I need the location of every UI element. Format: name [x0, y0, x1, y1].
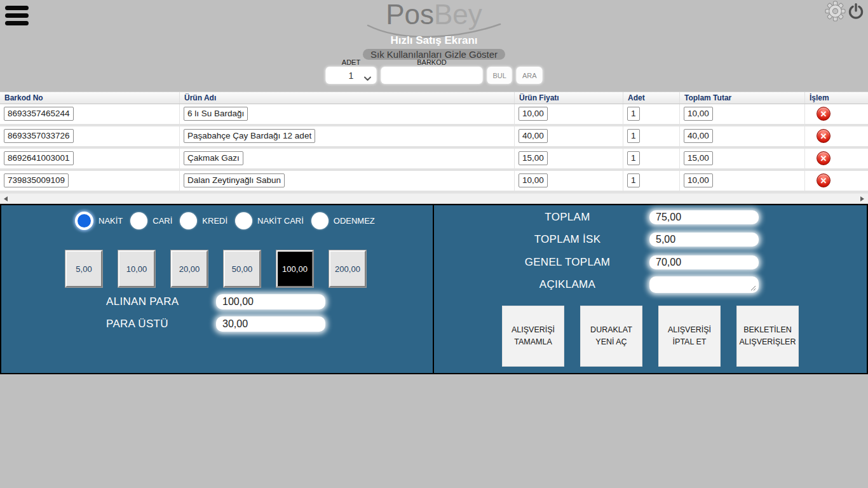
scroll-right-icon[interactable]: [860, 196, 864, 201]
adet-value[interactable]: 1: [627, 173, 640, 187]
radio-icon: [180, 212, 197, 229]
genel-toplam-label: GENEL TOPLAM: [485, 256, 649, 269]
denom-10[interactable]: 10,00: [118, 250, 155, 287]
urun-fiyati-value[interactable]: 15,00: [519, 151, 548, 165]
denom-200[interactable]: 200,00: [329, 250, 366, 287]
toplam-input[interactable]: [649, 210, 759, 224]
col-barkod-no: Barkod No: [0, 92, 180, 104]
delete-row-button[interactable]: ✕: [817, 107, 831, 121]
toplam-label: TOPLAM: [485, 211, 649, 224]
aciklama-textarea[interactable]: [649, 276, 759, 293]
radio-kredi[interactable]: KREDİ: [180, 212, 227, 229]
adet-selected-value: 1: [349, 71, 354, 81]
scroll-left-icon[interactable]: [4, 196, 8, 201]
delete-row-button[interactable]: ✕: [817, 173, 831, 187]
delete-icon: ✕: [820, 132, 827, 140]
denomination-buttons: 5,00 10,00 20,00 50,00 100,00 200,00: [65, 250, 366, 287]
genel-toplam-input[interactable]: [649, 255, 759, 269]
denom-20[interactable]: 20,00: [171, 250, 208, 287]
barkod-input[interactable]: [381, 67, 482, 84]
denom-100[interactable]: 100,00: [276, 250, 313, 287]
adet-value[interactable]: 1: [627, 151, 640, 165]
radio-nakit[interactable]: NAKİT: [75, 212, 123, 230]
radio-icon: [311, 212, 329, 229]
radio-selected-icon: [75, 212, 93, 230]
payment-method-radios: NAKİT CARİ KREDİ NAKİT CARİ ODENMEZ: [75, 212, 383, 230]
ara-button[interactable]: ARA: [517, 67, 543, 84]
delete-row-button[interactable]: ✕: [817, 129, 831, 143]
radio-icon: [130, 212, 147, 229]
urun-fiyati-value[interactable]: 10,00: [519, 107, 548, 121]
toplam-tutar-value[interactable]: 10,00: [684, 173, 713, 187]
urun-adi-value[interactable]: Dalan Zeytinyağlı Sabun: [184, 173, 285, 187]
alisverisi-iptal-et-button[interactable]: ALIŞVERİŞİ İPTAL ET: [658, 306, 721, 367]
para-ustu-input[interactable]: [216, 316, 325, 332]
table-row: 8693357033726 Paşabahçe Çay Bardağı 12 a…: [0, 126, 868, 149]
delete-icon: ✕: [820, 177, 827, 185]
adet-select[interactable]: 1: [325, 67, 376, 84]
urun-fiyati-value[interactable]: 40,00: [519, 129, 548, 143]
table-header: Barkod No Ürün Adı Ürün Fiyatı Adet Topl…: [0, 92, 868, 104]
barkod-value[interactable]: 8692641003001: [4, 151, 74, 165]
barkod-label: BARKOD: [417, 58, 446, 66]
horizontal-scrollbar[interactable]: [0, 193, 868, 203]
alinan-para-label: ALINAN PARA: [106, 295, 216, 308]
table-row: 8693357465244 6 lı Su Bardağı 10,00 1 10…: [0, 104, 868, 126]
delete-icon: ✕: [820, 110, 827, 118]
radio-icon: [235, 212, 252, 229]
radio-cari[interactable]: CARİ: [130, 212, 172, 229]
adet-label: ADET: [342, 58, 360, 66]
denom-5[interactable]: 5,00: [65, 250, 102, 287]
alinan-para-input[interactable]: [216, 294, 325, 309]
col-urun-adi: Ürün Adı: [180, 92, 515, 104]
toplam-isk-label: TOPLAM İSK: [485, 233, 649, 246]
radio-nakit-cari[interactable]: NAKİT CARİ: [235, 212, 304, 229]
gear-icon[interactable]: [825, 1, 846, 24]
adet-value[interactable]: 1: [627, 129, 640, 143]
duraklat-yeni-ac-button[interactable]: DURAKLAT YENİ AÇ: [580, 306, 642, 367]
denom-50[interactable]: 50,00: [224, 250, 261, 287]
urun-adi-value[interactable]: Çakmak Gazı: [184, 151, 243, 165]
col-toplam-tutar: Toplam Tutar: [680, 92, 805, 104]
resize-grip-icon[interactable]: [750, 285, 756, 291]
toplam-isk-input[interactable]: [649, 233, 759, 247]
payment-panel: NAKİT CARİ KREDİ NAKİT CARİ ODENMEZ 5,00…: [0, 204, 868, 374]
urun-adi-value[interactable]: 6 lı Su Bardağı: [184, 107, 248, 121]
radio-odenmez[interactable]: ODENMEZ: [311, 212, 375, 229]
col-urun-fiyati: Ürün Fiyatı: [515, 92, 623, 104]
logo-text-bey: Bey: [434, 0, 482, 30]
bul-button[interactable]: BUL: [487, 67, 512, 84]
logo-text-pos: Pos: [386, 0, 434, 30]
bekletilen-alisverisler-button[interactable]: BEKLETİLEN ALIŞVERİŞLER: [736, 306, 799, 367]
chevron-down-icon: [363, 73, 371, 83]
urun-fiyati-value[interactable]: 10,00: [519, 173, 548, 187]
table-row: 8692641003001 Çakmak Gazı 15,00 1 15,00 …: [0, 149, 868, 171]
toplam-tutar-value[interactable]: 10,00: [684, 107, 713, 121]
sales-table: Barkod No Ürün Adı Ürün Fiyatı Adet Topl…: [0, 92, 868, 203]
hamburger-menu-icon[interactable]: [5, 6, 29, 29]
barkod-value[interactable]: 8693357033726: [4, 129, 74, 143]
toplam-tutar-value[interactable]: 15,00: [684, 151, 713, 165]
urun-adi-value[interactable]: Paşabahçe Çay Bardağı 12 adet: [184, 129, 315, 143]
col-islem: İşlem: [805, 92, 868, 104]
delete-icon: ✕: [820, 154, 827, 163]
alisverisi-tamamla-button[interactable]: ALIŞVERİŞİ TAMAMLA: [502, 306, 564, 367]
adet-value[interactable]: 1: [627, 107, 640, 121]
col-adet: Adet: [623, 92, 680, 104]
header-icons: [825, 1, 865, 24]
table-row: 739835009109 Dalan Zeytinyağlı Sabun 10,…: [0, 171, 868, 193]
barcode-search-controls: ADET 1 BARKOD BUL ARA: [325, 58, 542, 84]
delete-row-button[interactable]: ✕: [817, 151, 831, 165]
panel-divider: [433, 205, 434, 373]
aciklama-label: AÇIKLAMA: [485, 278, 649, 291]
barkod-value[interactable]: 739835009109: [4, 173, 69, 187]
toplam-tutar-value[interactable]: 40,00: [684, 129, 713, 143]
page-title: Hızlı Satış Ekranı: [0, 34, 868, 47]
barkod-value[interactable]: 8693357465244: [4, 107, 74, 121]
para-ustu-label: PARA ÜSTÜ: [106, 318, 216, 330]
power-icon[interactable]: [847, 3, 865, 23]
action-buttons: ALIŞVERİŞİ TAMAMLA DURAKLAT YENİ AÇ ALIŞ…: [502, 306, 799, 367]
